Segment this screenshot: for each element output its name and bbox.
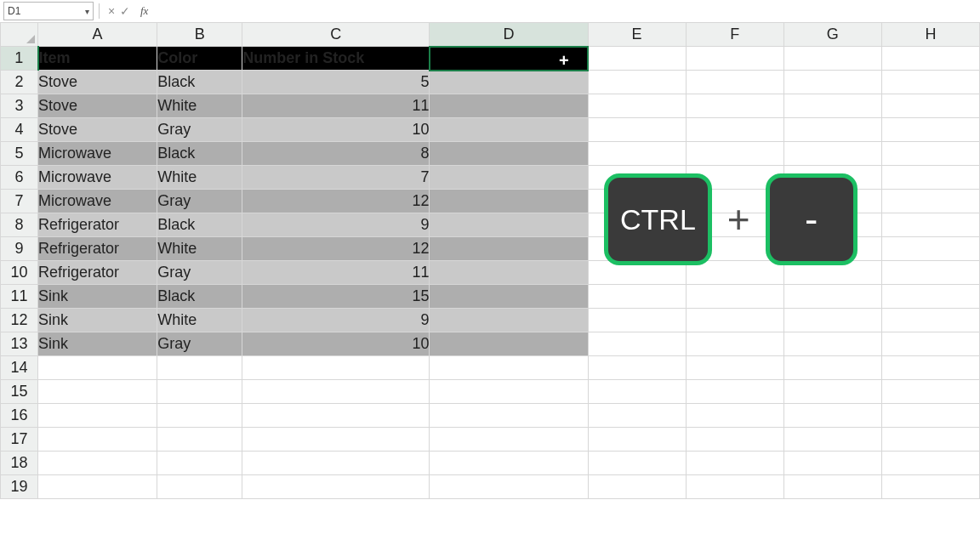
cell-B16[interactable]: [157, 404, 242, 428]
cell-A12[interactable]: Sink: [38, 309, 157, 332]
cell-C14[interactable]: [242, 356, 430, 380]
cell-B7[interactable]: Gray: [157, 190, 242, 213]
cell-H5[interactable]: [881, 142, 979, 166]
cell-A17[interactable]: [38, 428, 157, 452]
cell-C2[interactable]: 5: [242, 71, 430, 94]
cell-B15[interactable]: [157, 380, 242, 404]
cell-D6[interactable]: [430, 166, 588, 190]
row-header-17[interactable]: 17: [1, 428, 38, 452]
cell-D2[interactable]: [430, 71, 588, 94]
chevron-down-icon[interactable]: ▾: [85, 7, 89, 16]
spreadsheet-grid[interactable]: ABCDEFGH1ItemColorNumber in Stock+2Stove…: [0, 22, 980, 551]
row-header-16[interactable]: 16: [1, 404, 38, 428]
row-header-5[interactable]: 5: [1, 142, 38, 166]
cell-A15[interactable]: [38, 380, 157, 404]
name-box[interactable]: D1 ▾: [3, 2, 94, 20]
cell-C12[interactable]: 9: [242, 309, 430, 332]
column-header-G[interactable]: G: [783, 23, 881, 47]
cell-C13[interactable]: 10: [242, 332, 430, 356]
cell-C11[interactable]: 15: [242, 285, 430, 309]
cell-F13[interactable]: [686, 332, 783, 356]
cell-A11[interactable]: Sink: [38, 285, 157, 309]
cell-C8[interactable]: 9: [242, 213, 430, 237]
cell-D8[interactable]: [430, 213, 588, 237]
cell-F19[interactable]: [686, 475, 783, 499]
cell-F4[interactable]: [686, 118, 783, 142]
cell-F2[interactable]: [686, 71, 783, 94]
select-all-corner[interactable]: [1, 23, 38, 47]
cell-E17[interactable]: [588, 428, 686, 452]
cell-G13[interactable]: [783, 332, 881, 356]
cell-D15[interactable]: [430, 380, 588, 404]
cell-C5[interactable]: 8: [242, 142, 430, 166]
cell-G11[interactable]: [783, 285, 881, 309]
cell-H17[interactable]: [881, 428, 979, 452]
cell-H18[interactable]: [881, 452, 979, 475]
row-header-6[interactable]: 6: [1, 166, 38, 190]
cell-E4[interactable]: [588, 118, 686, 142]
cancel-formula-button[interactable]: ×: [105, 5, 118, 17]
cell-H11[interactable]: [881, 285, 979, 309]
row-header-8[interactable]: 8: [1, 213, 38, 237]
cell-E16[interactable]: [588, 404, 686, 428]
cell-E18[interactable]: [588, 452, 686, 475]
row-header-2[interactable]: 2: [1, 71, 38, 94]
cell-C17[interactable]: [242, 428, 430, 452]
cell-B4[interactable]: Gray: [157, 118, 242, 142]
cell-A10[interactable]: Refrigerator: [38, 261, 157, 285]
cell-F18[interactable]: [686, 452, 783, 475]
cell-F11[interactable]: [686, 285, 783, 309]
cell-H10[interactable]: [881, 261, 979, 285]
cell-B13[interactable]: Gray: [157, 332, 242, 356]
cell-E13[interactable]: [588, 332, 686, 356]
cell-B8[interactable]: Black: [157, 213, 242, 237]
cell-H9[interactable]: [881, 237, 979, 261]
cell-D9[interactable]: [430, 237, 588, 261]
cell-D14[interactable]: [430, 356, 588, 380]
column-header-D[interactable]: D: [430, 23, 588, 47]
cell-E11[interactable]: [588, 285, 686, 309]
cell-C3[interactable]: 11: [242, 94, 430, 118]
cell-B10[interactable]: Gray: [157, 261, 242, 285]
cell-A2[interactable]: Stove: [38, 71, 157, 94]
cell-E1[interactable]: [588, 47, 686, 71]
cell-D13[interactable]: [430, 332, 588, 356]
cell-B5[interactable]: Black: [157, 142, 242, 166]
cell-E19[interactable]: [588, 475, 686, 499]
cell-F15[interactable]: [686, 380, 783, 404]
cell-A6[interactable]: Microwave: [38, 166, 157, 190]
cell-B11[interactable]: Black: [157, 285, 242, 309]
cell-G12[interactable]: [783, 309, 881, 332]
cell-A1[interactable]: Item: [38, 47, 157, 71]
cell-D16[interactable]: [430, 404, 588, 428]
cell-C1[interactable]: Number in Stock: [242, 47, 430, 71]
cell-F12[interactable]: [686, 309, 783, 332]
cell-D10[interactable]: [430, 261, 588, 285]
cell-G14[interactable]: [783, 356, 881, 380]
cell-B6[interactable]: White: [157, 166, 242, 190]
cell-A7[interactable]: Microwave: [38, 190, 157, 213]
cell-C10[interactable]: 11: [242, 261, 430, 285]
row-header-13[interactable]: 13: [1, 332, 38, 356]
row-header-18[interactable]: 18: [1, 452, 38, 475]
column-header-E[interactable]: E: [588, 23, 686, 47]
cell-E5[interactable]: [588, 142, 686, 166]
cell-C19[interactable]: [242, 475, 430, 499]
row-header-12[interactable]: 12: [1, 309, 38, 332]
cell-B19[interactable]: [157, 475, 242, 499]
cell-E3[interactable]: [588, 94, 686, 118]
cell-A5[interactable]: Microwave: [38, 142, 157, 166]
fx-icon[interactable]: fx: [140, 4, 148, 18]
cell-G3[interactable]: [783, 94, 881, 118]
cell-G17[interactable]: [783, 428, 881, 452]
row-header-11[interactable]: 11: [1, 285, 38, 309]
cell-B2[interactable]: Black: [157, 71, 242, 94]
cell-A9[interactable]: Refrigerator: [38, 237, 157, 261]
cell-H8[interactable]: [881, 213, 979, 237]
cell-D3[interactable]: [430, 94, 588, 118]
row-header-7[interactable]: 7: [1, 190, 38, 213]
column-header-C[interactable]: C: [242, 23, 430, 47]
cell-D1[interactable]: +: [430, 47, 588, 71]
cell-F3[interactable]: [686, 94, 783, 118]
cell-D18[interactable]: [430, 452, 588, 475]
